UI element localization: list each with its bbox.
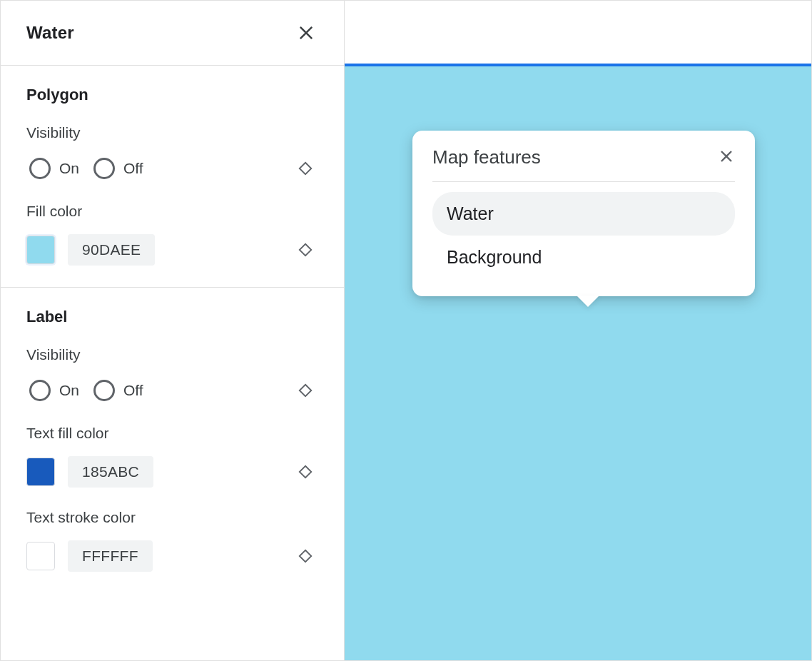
label-textstroke-reset-button[interactable]	[293, 543, 318, 569]
radio-label: Off	[123, 382, 143, 399]
radio-label: On	[59, 160, 79, 177]
polygon-fill-swatch[interactable]	[26, 236, 55, 264]
polygon-visibility-on-radio[interactable]: On	[29, 158, 79, 179]
diamond-icon	[298, 464, 313, 480]
label-visibility-label: Visibility	[26, 346, 318, 363]
label-textfill-hex-input[interactable]: 185ABC	[68, 456, 153, 488]
popup-item-background[interactable]: Background	[432, 236, 735, 279]
label-textfill-row: 185ABC	[26, 456, 318, 488]
close-icon	[296, 23, 316, 43]
popup-header: Map features	[432, 146, 735, 182]
diamond-icon	[298, 161, 313, 176]
label-visibility-on-radio[interactable]: On	[29, 380, 79, 401]
preview-topbar	[345, 1, 811, 66]
radio-label: On	[59, 382, 79, 399]
polygon-fill-reset-button[interactable]	[293, 237, 318, 263]
close-icon	[718, 148, 735, 165]
popup-close-button[interactable]	[718, 148, 735, 168]
popup-feature-list: Water Background	[432, 182, 735, 279]
label-visibility-off-radio[interactable]: Off	[93, 380, 143, 401]
label-visibility-row: On Off	[26, 378, 318, 403]
close-panel-button[interactable]	[290, 16, 323, 49]
label-textfill-reset-button[interactable]	[293, 459, 318, 485]
polygon-section: Polygon Visibility On Off Fill	[1, 66, 344, 288]
label-textfill-label: Text fill color	[26, 425, 318, 442]
label-visibility-radios: On Off	[26, 380, 143, 401]
style-editor-app: Water Polygon Visibility On Off	[0, 0, 812, 661]
map-features-popup: Map features Water Background	[412, 131, 755, 296]
polygon-visibility-reset-button[interactable]	[293, 156, 318, 181]
diamond-icon	[298, 548, 313, 564]
polygon-visibility-label: Visibility	[26, 124, 318, 141]
polygon-visibility-row: On Off	[26, 156, 318, 181]
popup-item-water[interactable]: Water	[432, 192, 735, 236]
map-preview-pane: Map features Water Background	[345, 1, 811, 660]
diamond-icon	[298, 383, 313, 398]
polygon-fill-row: 90DAEE	[26, 234, 318, 266]
panel-title: Water	[26, 23, 74, 43]
radio-icon	[29, 158, 51, 179]
radio-icon	[29, 380, 51, 401]
map-water-area[interactable]: Map features Water Background	[345, 66, 811, 660]
radio-label: Off	[123, 160, 143, 177]
feature-style-sidebar: Water Polygon Visibility On Off	[1, 1, 345, 660]
polygon-fill-label: Fill color	[26, 203, 318, 220]
label-heading: Label	[26, 308, 318, 326]
polygon-heading: Polygon	[26, 86, 318, 104]
label-textstroke-label: Text stroke color	[26, 509, 318, 526]
label-visibility-reset-button[interactable]	[293, 378, 318, 403]
label-textstroke-swatch[interactable]	[26, 542, 55, 570]
popup-title: Map features	[432, 146, 541, 168]
radio-icon	[93, 380, 115, 401]
label-textfill-swatch[interactable]	[26, 458, 55, 486]
label-textstroke-hex-input[interactable]: FFFFFF	[68, 540, 153, 572]
label-section: Label Visibility On Off Text fi	[1, 288, 344, 593]
polygon-visibility-off-radio[interactable]: Off	[93, 158, 143, 179]
panel-header: Water	[1, 1, 344, 66]
polygon-fill-hex-input[interactable]: 90DAEE	[68, 234, 155, 266]
diamond-icon	[298, 242, 313, 258]
label-textstroke-row: FFFFFF	[26, 540, 318, 572]
radio-icon	[93, 158, 115, 179]
polygon-visibility-radios: On Off	[26, 158, 143, 179]
